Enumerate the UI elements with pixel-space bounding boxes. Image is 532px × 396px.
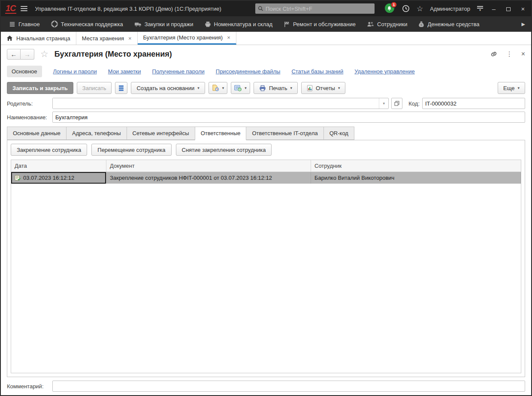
tab-otvetstvennye-it[interactable]: Ответственные IT-отдела <box>246 127 323 140</box>
dropdown-caret: ▾ <box>245 86 247 90</box>
favorites-star-icon[interactable]: ☆ <box>417 5 423 12</box>
tab-mesta-khraneniya[interactable]: Места хранения × <box>76 32 138 45</box>
cell-document[interactable]: Закрепление сотрудников НФIT-000001 от 0… <box>106 172 311 184</box>
history-icon[interactable] <box>402 5 410 12</box>
parent-combo: ▾ <box>52 98 389 109</box>
print-icon <box>259 85 266 91</box>
menu-item-nomenclature[interactable]: Номенклатура и склад <box>199 16 278 32</box>
nav-link-received-passwords[interactable]: Полученные пароли <box>152 68 205 75</box>
search-icon <box>258 6 263 12</box>
detail-tabs: Основные данные Адреса, телефоны Сетевые… <box>1 124 531 140</box>
flag-icon <box>284 21 290 27</box>
tab-bukhgalteriya[interactable]: Бухгалтерия (Место хранения) × <box>138 32 236 45</box>
maximize-button[interactable] <box>505 5 512 12</box>
responsible-list: Дата Документ Сотрудник 03.07.2023 16: <box>11 160 521 373</box>
save-button[interactable]: Записать <box>77 82 112 94</box>
dropdown-caret: ▾ <box>197 86 200 90</box>
nav-link-remote-control[interactable]: Удаленное управление <box>354 68 414 75</box>
move-employee-button[interactable]: Перемещение сотрудника <box>91 144 171 156</box>
create-based-on-button[interactable]: Создать на основании ▾ <box>131 82 205 94</box>
dropdown-caret: ▾ <box>290 86 292 90</box>
name-label: Наименование: <box>7 114 50 121</box>
tab-otvetstvennye[interactable]: Ответственные <box>195 127 247 140</box>
close-tab-icon[interactable]: × <box>128 35 132 42</box>
app-window: 1С Управление IT-отделом 8, редакция 3.1… <box>0 0 532 396</box>
column-header-employee[interactable]: Сотрудник <box>311 160 521 172</box>
print-button[interactable]: Печать ▾ <box>254 82 298 94</box>
form-nav-links: Основное Логины и пароли Мои заметки Пол… <box>1 63 531 79</box>
more-actions-icon[interactable]: ⋮ <box>506 50 513 58</box>
tab-adresa-telefony[interactable]: Адреса, телефоны <box>66 127 127 140</box>
forward-button[interactable]: → <box>21 49 34 60</box>
close-window-button[interactable]: × <box>519 5 527 12</box>
dropdown-caret: ▾ <box>517 86 520 90</box>
menu-item-tech-support[interactable]: Техническая поддержка <box>45 16 129 32</box>
code-input[interactable] <box>422 98 525 109</box>
responsible-tab-panel: Закрепление сотрудника Перемещение сотру… <box>7 140 525 377</box>
cell-date[interactable]: 03.07.2023 16:12:12 <box>11 172 106 184</box>
current-user[interactable]: Администратор <box>430 6 470 12</box>
tab-setevye-interfeysy[interactable]: Сетевые интерфейсы <box>127 127 195 140</box>
parent-input[interactable] <box>53 98 379 109</box>
back-button[interactable]: ← <box>7 49 21 60</box>
menu-item-employees[interactable]: Сотрудники <box>361 16 413 32</box>
nav-link-notes[interactable]: Мои заметки <box>108 68 141 75</box>
parent-open-button[interactable] <box>391 98 402 109</box>
comment-label: Комментарий: <box>7 383 50 390</box>
storage-place-form: ← → ☆ Бухгалтерия (Место хранения) ⋮ × О… <box>1 45 531 395</box>
menu-item-glavnoe[interactable]: Главное <box>3 16 45 32</box>
minimize-button[interactable]: – <box>490 5 498 12</box>
panel-actions: Закрепление сотрудника Перемещение сотру… <box>11 144 521 156</box>
reports-button[interactable]: Отчеты ▾ <box>301 82 345 94</box>
doc-clock-icon <box>212 85 219 91</box>
menu-item-repair[interactable]: Ремонт и обслуживание <box>278 16 361 32</box>
get-link-icon[interactable] <box>490 50 498 58</box>
document-history-button[interactable]: ▾ <box>209 82 228 94</box>
comment-input[interactable] <box>52 381 525 392</box>
close-tab-icon[interactable]: × <box>227 34 230 41</box>
comment-field-row: Комментарий: <box>1 377 531 395</box>
parent-dropdown-icon[interactable]: ▾ <box>379 98 388 109</box>
moneybag-icon: s <box>418 21 424 27</box>
form-title: Бухгалтерия (Место хранения) <box>54 50 486 59</box>
nav-link-osnovnoe[interactable]: Основное <box>7 66 42 77</box>
tab-osnovnye-dannye[interactable]: Основные данные <box>7 127 66 140</box>
table-row[interactable]: 03.07.2023 16:12:12 Закрепление сотрудни… <box>11 172 521 184</box>
unassign-employee-button[interactable]: Снятие закрепления сотрудника <box>176 144 272 156</box>
tab-home[interactable]: Начальная страница <box>1 32 76 45</box>
lifebuoy-icon <box>51 21 58 27</box>
menu-overflow-arrow[interactable]: ▶ <box>518 21 529 27</box>
title-bar: 1С Управление IT-отделом 8, редакция 3.1… <box>1 1 531 16</box>
list-header-row: Дата Документ Сотрудник <box>11 160 521 172</box>
name-field-row: Наименование: <box>1 110 531 124</box>
settings-menu-icon[interactable]: ▾ <box>477 6 483 11</box>
global-search[interactable] <box>255 3 375 14</box>
notifications-bell-icon[interactable]: 1 <box>385 3 395 14</box>
nav-link-attached-files[interactable]: Присоединенные файлы <box>216 68 281 75</box>
nav-link-kb-articles[interactable]: Статьи базы знаний <box>291 68 343 75</box>
tab-qr-kod[interactable]: QR-код <box>323 127 354 140</box>
name-input[interactable] <box>52 112 525 123</box>
registers-button[interactable] <box>115 82 127 94</box>
favorite-star-icon[interactable]: ☆ <box>40 49 48 59</box>
stack-icon <box>118 85 124 91</box>
cell-employee[interactable]: Барилко Виталий Викоторович <box>311 172 521 184</box>
column-header-document[interactable]: Документ <box>106 160 311 172</box>
menu-item-purchases-sales[interactable]: Закупки и продажи <box>129 16 199 32</box>
main-menu-icon[interactable] <box>21 6 27 11</box>
people-icon <box>367 21 374 27</box>
assign-employee-button[interactable]: Закрепление сотрудника <box>11 144 87 156</box>
tasks-button[interactable]: ▾ <box>231 82 250 94</box>
more-button[interactable]: Еще ▾ <box>498 82 525 94</box>
home-icon <box>6 35 13 41</box>
column-header-date[interactable]: Дата <box>11 160 106 172</box>
nav-link-logins[interactable]: Логины и пароли <box>53 68 97 75</box>
menu-item-money[interactable]: s Денежные средства <box>413 16 485 32</box>
save-and-close-button[interactable]: Записать и закрыть <box>7 82 73 94</box>
close-form-icon[interactable]: × <box>521 50 525 58</box>
window-title: Управление IT-отделом 8, редакция 3.1 КО… <box>35 6 251 12</box>
titlebar-controls: 1 ☆ Администратор ▾ – × <box>385 3 527 14</box>
printer-icon <box>205 21 211 27</box>
search-input[interactable] <box>266 6 372 12</box>
notification-badge: 1 <box>391 2 397 8</box>
